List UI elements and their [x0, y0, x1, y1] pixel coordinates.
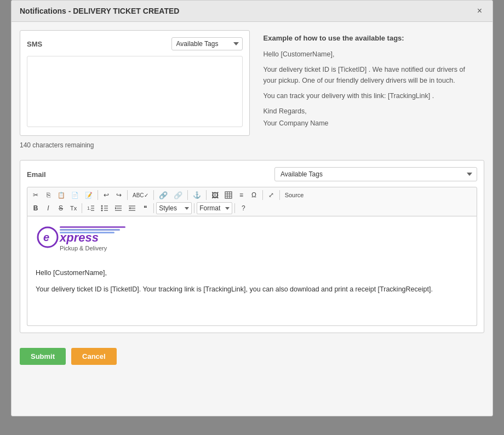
logo-container: e xpress Pickup & Delivery — [36, 222, 468, 256]
indent-button[interactable] — [112, 202, 125, 214]
svg-point-9 — [101, 205, 103, 207]
italic-button[interactable]: I — [42, 202, 54, 214]
editor-body-text: Your delivery ticket ID is [TicketID]. Y… — [36, 284, 468, 295]
separator-1 — [98, 190, 98, 200]
svg-marker-22 — [129, 207, 130, 209]
cancel-button[interactable]: Cancel — [71, 348, 117, 365]
svg-text:1.: 1. — [87, 205, 91, 211]
format-select[interactable]: Format — [197, 202, 232, 214]
paste-button[interactable]: 📋 — [55, 189, 68, 201]
example-line4: Kind Regards, — [264, 106, 479, 117]
modal-dialog: Notifications - DELIVERY TICKET CREATED … — [11, 0, 493, 416]
anchor-button[interactable]: ⚓ — [190, 189, 204, 201]
example-line5: Your Company Name — [264, 118, 479, 129]
table-button[interactable] — [222, 189, 235, 201]
undo-button[interactable]: ↩ — [100, 189, 112, 201]
copy-button[interactable]: ⎘ — [42, 189, 54, 201]
svg-rect-0 — [225, 192, 232, 198]
separator-3 — [153, 190, 154, 200]
bold-button[interactable]: B — [30, 202, 42, 214]
unlink-button[interactable]: 🔗 — [171, 189, 185, 201]
separator-9 — [153, 203, 154, 213]
sms-textarea[interactable] — [27, 56, 243, 127]
top-section: SMS Available Tags Example of how to use… — [20, 30, 484, 136]
blockquote-button[interactable]: ❝ — [139, 202, 151, 214]
email-section: Email Available Tags ✂ ⎘ 📋 📄 📝 — [20, 160, 484, 333]
toolbar-row-2: B I S Tx 1. — [30, 202, 474, 214]
separator-2 — [127, 190, 128, 200]
sms-header: SMS Available Tags — [27, 37, 243, 50]
spellcheck-button[interactable]: ABC✓ — [130, 189, 151, 201]
modal-title: Notifications - DELIVERY TICKET CREATED — [20, 7, 179, 15]
svg-text:Pickup & Delivery: Pickup & Delivery — [60, 245, 107, 251]
redo-button[interactable]: ↪ — [113, 189, 125, 201]
sms-section: SMS Available Tags — [20, 30, 250, 136]
svg-marker-18 — [115, 207, 117, 209]
paste-text-button[interactable]: 📄 — [68, 189, 82, 201]
editor-toolbar: ✂ ⎘ 📋 📄 📝 ↩ ↪ ABC✓ 🔗 🔗 — [27, 187, 477, 216]
sms-label: SMS — [27, 40, 42, 48]
link-button[interactable]: 🔗 — [156, 189, 170, 201]
example-title: Example of how to use the available tags… — [264, 33, 479, 44]
ordered-list-button[interactable]: 1. — [84, 202, 98, 214]
separator-7 — [279, 190, 280, 200]
char-count: 140 characters remaining — [20, 141, 484, 149]
modal-body: SMS Available Tags Example of how to use… — [12, 22, 492, 341]
svg-point-10 — [101, 208, 103, 209]
svg-text:e: e — [43, 231, 49, 243]
separator-4 — [187, 190, 188, 200]
separator-5 — [206, 190, 207, 200]
separator-8 — [82, 203, 82, 213]
modal-header: Notifications - DELIVERY TICKET CREATED … — [12, 1, 492, 22]
submit-button[interactable]: Submit — [20, 348, 66, 365]
modal-overlay: NS Notifications - DELIVERY TICKET CREAT… — [0, 0, 504, 435]
editor-greeting: Hello [CustomerName], — [36, 267, 468, 278]
email-label: Email — [27, 170, 46, 179]
maximize-button[interactable]: ⤢ — [265, 189, 277, 201]
cut-button[interactable]: ✂ — [30, 189, 42, 201]
outdent-button[interactable] — [125, 202, 139, 214]
svg-point-11 — [101, 210, 103, 211]
source-button[interactable]: Source — [282, 189, 307, 201]
hr-button[interactable]: ≡ — [236, 189, 248, 201]
toolbar-row-1: ✂ ⎘ 📋 📄 📝 ↩ ↪ ABC✓ 🔗 🔗 — [30, 189, 474, 201]
editor-body: Hello [CustomerName], Your delivery tick… — [36, 267, 468, 295]
example-section: Example of how to use the available tags… — [258, 30, 485, 136]
editor-content[interactable]: e xpress Pickup & Delivery Hello [ — [27, 216, 477, 326]
example-line3: You can track your delivery with this li… — [264, 90, 479, 101]
separator-6 — [262, 190, 263, 200]
svg-rect-26 — [60, 226, 125, 228]
strikethrough-button[interactable]: S — [55, 202, 67, 214]
email-header: Email Available Tags — [27, 167, 477, 181]
remove-format-button[interactable]: Tx — [67, 202, 79, 214]
separator-10 — [194, 203, 194, 213]
modal-footer: Submit Cancel — [12, 341, 492, 371]
styles-select[interactable]: Styles — [156, 202, 192, 214]
svg-rect-27 — [60, 229, 120, 231]
help-button[interactable]: ? — [237, 202, 249, 214]
example-line1: Hello [CustomerName], — [264, 49, 479, 60]
svg-rect-28 — [60, 232, 114, 233]
express-logo-svg: e xpress Pickup & Delivery — [36, 222, 134, 255]
example-line2: Your delivery ticket ID is [TicketID] . … — [264, 64, 479, 86]
paste-word-button[interactable]: 📝 — [82, 189, 95, 201]
unordered-list-button[interactable] — [98, 202, 111, 214]
email-available-tags-select[interactable]: Available Tags — [274, 167, 477, 181]
close-button[interactable]: × — [475, 6, 484, 16]
special-chars-button[interactable]: Ω — [248, 189, 260, 201]
separator-11 — [234, 203, 235, 213]
image-button[interactable]: 🖼 — [209, 189, 221, 201]
sms-available-tags-select[interactable]: Available Tags — [171, 37, 243, 50]
